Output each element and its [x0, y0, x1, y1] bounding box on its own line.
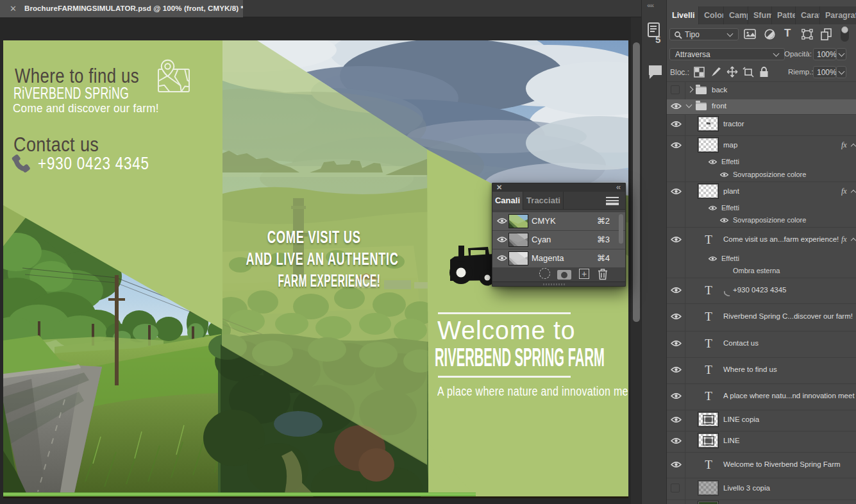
- svg-text:5: 5: [655, 34, 660, 45]
